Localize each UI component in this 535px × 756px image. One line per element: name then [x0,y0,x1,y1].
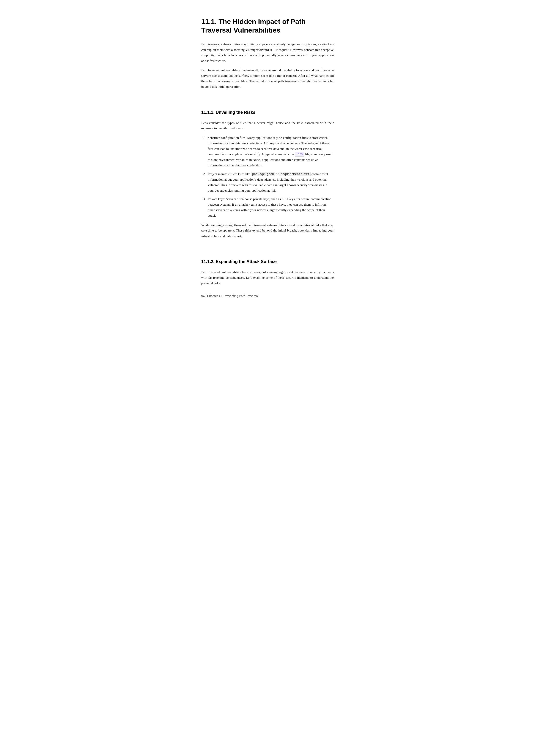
list-item-2-middle: or [275,172,280,176]
package-json-code: package.json [251,172,275,176]
list-item-1: Sensitive configuration files: Many appl… [207,135,334,168]
risk-list: Sensitive configuration files: Many appl… [207,135,334,218]
intro-paragraph-1: Path traversal vulnerabilities may initi… [201,41,334,63]
page-footer: 94 | Chapter 11. Preventing Path Travers… [201,294,258,298]
env-code: .env [295,152,304,156]
page: 11.1. The Hidden Impact of Path Traversa… [182,0,353,307]
section2-intro: Path traversal vulnerabilities have a hi… [201,269,334,286]
list-item-2-text-part1: Project manifest files: Files like [208,172,251,176]
section1-intro: Let's consider the types of files that a… [201,120,334,131]
section1-closing: While seemingly straightforward, path tr… [201,222,334,239]
requirements-txt-code: requirements.txt [280,172,311,176]
section-2-title: 11.1.2. Expanding the Attack Surface [201,258,334,265]
chapter-title: 11.1. The Hidden Impact of Path Traversa… [201,17,334,35]
list-item-2: Project manifest files: Files like packa… [207,171,334,193]
section-1-title: 11.1.1. Unveiling the Risks [201,109,334,116]
intro-paragraph-2: Path traversal vulnerabilities fundament… [201,67,334,89]
list-item-3: Private keys: Servers often house privat… [207,196,334,218]
